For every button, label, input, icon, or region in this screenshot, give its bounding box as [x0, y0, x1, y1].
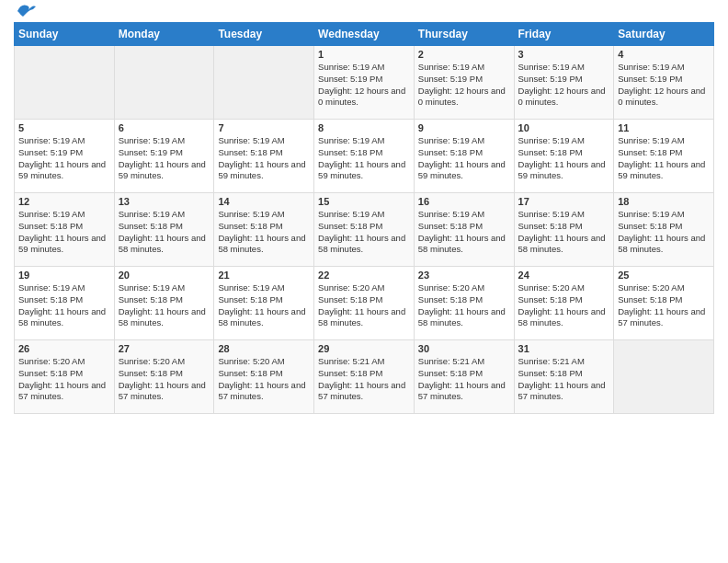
day-info: Sunrise: 5:20 AMSunset: 5:18 PMDaylight:… [518, 282, 610, 329]
calendar-cell: 2Sunrise: 5:19 AMSunset: 5:19 PMDaylight… [414, 46, 514, 120]
calendar-cell: 21Sunrise: 5:19 AMSunset: 5:18 PMDayligh… [214, 267, 314, 340]
day-info: Sunrise: 5:19 AMSunset: 5:18 PMDaylight:… [218, 282, 310, 329]
day-number: 20 [119, 270, 210, 281]
day-number: 25 [618, 270, 710, 281]
calendar-cell: 8Sunrise: 5:19 AMSunset: 5:18 PMDaylight… [314, 120, 415, 193]
day-number: 15 [318, 196, 410, 207]
calendar-header: SundayMondayTuesdayWednesdayThursdayFrid… [15, 23, 714, 46]
weekday-header-monday: Monday [114, 23, 214, 46]
calendar-cell [114, 46, 214, 120]
day-number: 18 [618, 196, 710, 207]
day-info: Sunrise: 5:19 AMSunset: 5:18 PMDaylight:… [119, 282, 210, 329]
day-number: 29 [318, 343, 410, 354]
day-number: 8 [318, 122, 410, 133]
calendar-cell: 1Sunrise: 5:19 AMSunset: 5:19 PMDaylight… [314, 46, 415, 120]
day-info: Sunrise: 5:20 AMSunset: 5:18 PMDaylight:… [218, 356, 310, 403]
calendar-cell: 24Sunrise: 5:20 AMSunset: 5:18 PMDayligh… [514, 267, 614, 340]
calendar-cell: 13Sunrise: 5:19 AMSunset: 5:18 PMDayligh… [114, 193, 214, 267]
calendar-cell: 22Sunrise: 5:20 AMSunset: 5:18 PMDayligh… [314, 267, 415, 340]
weekday-header-thursday: Thursday [414, 23, 514, 46]
calendar-cell: 18Sunrise: 5:19 AMSunset: 5:18 PMDayligh… [614, 193, 714, 267]
calendar-cell: 28Sunrise: 5:20 AMSunset: 5:18 PMDayligh… [214, 340, 314, 414]
day-info: Sunrise: 5:19 AMSunset: 5:19 PMDaylight:… [119, 135, 210, 182]
calendar-week-3: 12Sunrise: 5:19 AMSunset: 5:18 PMDayligh… [15, 193, 714, 267]
calendar-cell: 29Sunrise: 5:21 AMSunset: 5:18 PMDayligh… [314, 340, 415, 414]
day-number: 10 [518, 122, 610, 133]
weekday-header-wednesday: Wednesday [314, 23, 415, 46]
day-number: 1 [318, 49, 410, 60]
day-number: 4 [618, 49, 710, 60]
day-info: Sunrise: 5:19 AMSunset: 5:19 PMDaylight:… [518, 62, 610, 109]
day-info: Sunrise: 5:19 AMSunset: 5:18 PMDaylight:… [318, 135, 410, 182]
weekday-row: SundayMondayTuesdayWednesdayThursdayFrid… [15, 23, 714, 46]
calendar-cell: 23Sunrise: 5:20 AMSunset: 5:18 PMDayligh… [414, 267, 514, 340]
calendar-cell: 14Sunrise: 5:19 AMSunset: 5:18 PMDayligh… [214, 193, 314, 267]
weekday-header-friday: Friday [514, 23, 614, 46]
day-info: Sunrise: 5:20 AMSunset: 5:18 PMDaylight:… [318, 282, 410, 329]
day-info: Sunrise: 5:19 AMSunset: 5:18 PMDaylight:… [618, 135, 710, 182]
day-number: 14 [218, 196, 310, 207]
calendar-week-2: 5Sunrise: 5:19 AMSunset: 5:19 PMDaylight… [15, 120, 714, 193]
calendar-cell: 20Sunrise: 5:19 AMSunset: 5:18 PMDayligh… [114, 267, 214, 340]
calendar-cell: 25Sunrise: 5:20 AMSunset: 5:18 PMDayligh… [614, 267, 714, 340]
logo-bird-icon [16, 2, 36, 18]
header [14, 9, 714, 15]
day-number: 6 [119, 122, 210, 133]
day-number: 27 [119, 343, 210, 354]
logo [14, 9, 36, 15]
weekday-header-saturday: Saturday [614, 23, 714, 46]
day-number: 2 [418, 49, 510, 60]
day-info: Sunrise: 5:20 AMSunset: 5:18 PMDaylight:… [618, 282, 710, 329]
calendar-cell: 6Sunrise: 5:19 AMSunset: 5:19 PMDaylight… [114, 120, 214, 193]
day-info: Sunrise: 5:19 AMSunset: 5:19 PMDaylight:… [318, 62, 410, 109]
day-info: Sunrise: 5:19 AMSunset: 5:18 PMDaylight:… [518, 209, 610, 256]
day-number: 16 [418, 196, 510, 207]
calendar-cell: 12Sunrise: 5:19 AMSunset: 5:18 PMDayligh… [15, 193, 115, 267]
day-number: 22 [318, 270, 410, 281]
day-number: 13 [119, 196, 210, 207]
calendar-cell [614, 340, 714, 414]
day-number: 26 [18, 343, 110, 354]
day-info: Sunrise: 5:19 AMSunset: 5:18 PMDaylight:… [218, 209, 310, 256]
calendar-cell: 10Sunrise: 5:19 AMSunset: 5:18 PMDayligh… [514, 120, 614, 193]
day-info: Sunrise: 5:19 AMSunset: 5:18 PMDaylight:… [418, 135, 510, 182]
calendar: SundayMondayTuesdayWednesdayThursdayFrid… [14, 22, 714, 414]
day-info: Sunrise: 5:21 AMSunset: 5:18 PMDaylight:… [518, 356, 610, 403]
day-info: Sunrise: 5:19 AMSunset: 5:19 PMDaylight:… [618, 62, 710, 109]
day-number: 24 [518, 270, 610, 281]
day-info: Sunrise: 5:19 AMSunset: 5:18 PMDaylight:… [418, 209, 510, 256]
calendar-cell: 3Sunrise: 5:19 AMSunset: 5:19 PMDaylight… [514, 46, 614, 120]
weekday-header-tuesday: Tuesday [214, 23, 314, 46]
day-number: 11 [618, 122, 710, 133]
day-number: 5 [18, 122, 110, 133]
day-info: Sunrise: 5:20 AMSunset: 5:18 PMDaylight:… [18, 356, 110, 403]
page: SundayMondayTuesdayWednesdayThursdayFrid… [0, 0, 728, 563]
day-info: Sunrise: 5:19 AMSunset: 5:18 PMDaylight:… [18, 209, 110, 256]
day-info: Sunrise: 5:19 AMSunset: 5:18 PMDaylight:… [119, 209, 210, 256]
calendar-cell: 31Sunrise: 5:21 AMSunset: 5:18 PMDayligh… [514, 340, 614, 414]
day-number: 28 [218, 343, 310, 354]
calendar-cell: 5Sunrise: 5:19 AMSunset: 5:19 PMDaylight… [15, 120, 115, 193]
day-info: Sunrise: 5:19 AMSunset: 5:18 PMDaylight:… [318, 209, 410, 256]
weekday-header-sunday: Sunday [15, 23, 115, 46]
calendar-cell: 26Sunrise: 5:20 AMSunset: 5:18 PMDayligh… [15, 340, 115, 414]
day-number: 30 [418, 343, 510, 354]
calendar-cell: 15Sunrise: 5:19 AMSunset: 5:18 PMDayligh… [314, 193, 415, 267]
day-number: 9 [418, 122, 510, 133]
calendar-cell: 4Sunrise: 5:19 AMSunset: 5:19 PMDaylight… [614, 46, 714, 120]
calendar-cell: 9Sunrise: 5:19 AMSunset: 5:18 PMDaylight… [414, 120, 514, 193]
day-number: 19 [18, 270, 110, 281]
day-number: 12 [18, 196, 110, 207]
day-info: Sunrise: 5:19 AMSunset: 5:19 PMDaylight:… [18, 135, 110, 182]
day-number: 7 [218, 122, 310, 133]
day-info: Sunrise: 5:19 AMSunset: 5:18 PMDaylight:… [518, 135, 610, 182]
day-info: Sunrise: 5:20 AMSunset: 5:18 PMDaylight:… [418, 282, 510, 329]
day-info: Sunrise: 5:19 AMSunset: 5:18 PMDaylight:… [218, 135, 310, 182]
calendar-cell: 16Sunrise: 5:19 AMSunset: 5:18 PMDayligh… [414, 193, 514, 267]
calendar-cell: 19Sunrise: 5:19 AMSunset: 5:18 PMDayligh… [15, 267, 115, 340]
day-info: Sunrise: 5:21 AMSunset: 5:18 PMDaylight:… [318, 356, 410, 403]
day-number: 3 [518, 49, 610, 60]
day-info: Sunrise: 5:19 AMSunset: 5:19 PMDaylight:… [418, 62, 510, 109]
calendar-cell [214, 46, 314, 120]
day-info: Sunrise: 5:19 AMSunset: 5:18 PMDaylight:… [618, 209, 710, 256]
